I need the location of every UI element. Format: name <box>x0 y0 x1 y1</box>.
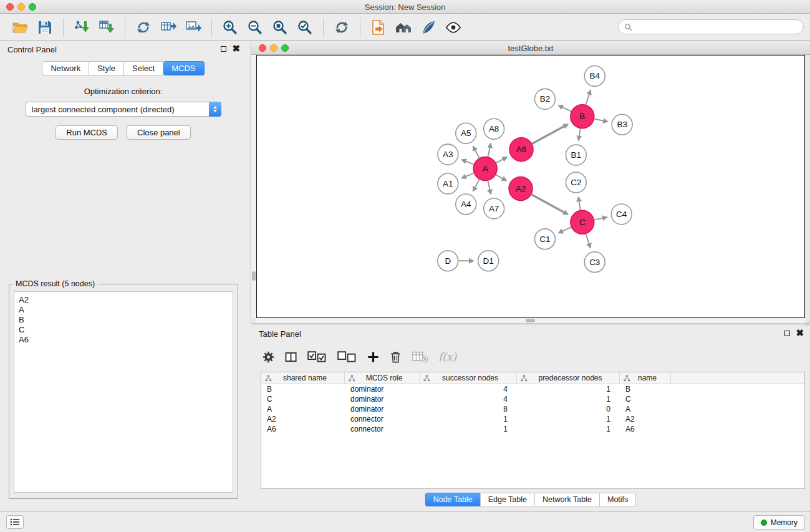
export-network-icon[interactable] <box>134 18 153 37</box>
edge-A-A6[interactable] <box>496 157 507 163</box>
column-header[interactable]: predecessor nodes <box>517 372 620 384</box>
vertical-scrollbar-thumb[interactable] <box>252 271 256 281</box>
close-panel-icon[interactable]: ✖ <box>232 46 240 52</box>
close-panel-button[interactable]: Close panel <box>127 125 191 140</box>
horizontal-scrollbar-thumb[interactable] <box>526 319 535 322</box>
run-mcds-button[interactable]: Run MCDS <box>55 125 118 140</box>
memory-button[interactable]: Memory <box>753 515 805 530</box>
edge-C-C2[interactable] <box>579 198 581 210</box>
node-C[interactable]: C <box>571 210 594 234</box>
table-row[interactable]: Bdominator41B <box>261 384 804 394</box>
save-session-icon[interactable] <box>36 18 54 37</box>
edge-A2-C[interactable] <box>532 195 568 214</box>
result-item[interactable]: A6 <box>19 335 228 345</box>
tab-node-table[interactable]: Node Table <box>425 493 481 506</box>
edge-C-C3[interactable] <box>586 234 591 247</box>
result-item[interactable]: B <box>19 315 228 325</box>
function-builder-icon[interactable]: f(x) <box>438 350 456 364</box>
tab-network[interactable]: Network <box>42 61 89 75</box>
edge-B-B3[interactable] <box>594 119 607 122</box>
show-hide-graphics-icon[interactable] <box>444 18 463 37</box>
edge-A-A8[interactable] <box>488 144 490 157</box>
edge-C-C4[interactable] <box>594 217 606 220</box>
node-B3[interactable]: B3 <box>612 114 632 135</box>
clear-table-icon[interactable] <box>412 350 428 364</box>
node-A6[interactable]: A6 <box>509 138 533 162</box>
import-network-from-file-icon[interactable] <box>72 18 91 37</box>
table-row[interactable]: A6connector11A6 <box>261 424 804 434</box>
node-A3[interactable]: A3 <box>438 144 458 165</box>
node-B[interactable]: B <box>571 105 594 128</box>
edge-B-B1[interactable] <box>579 128 581 140</box>
apply-style-icon[interactable] <box>419 18 438 37</box>
edge-B-B2[interactable] <box>559 105 571 111</box>
table-row[interactable]: Adominator80A <box>261 404 804 414</box>
column-header[interactable]: shared name <box>261 372 345 384</box>
table-settings-icon[interactable] <box>263 350 274 364</box>
column-header[interactable]: name <box>620 372 671 384</box>
select-all-icon[interactable] <box>307 350 327 364</box>
node-A[interactable]: A <box>473 157 497 181</box>
edge-C-C1[interactable] <box>559 228 571 233</box>
node-A7[interactable]: A7 <box>484 198 504 219</box>
node-C2[interactable]: C2 <box>566 172 586 193</box>
node-B1[interactable]: B1 <box>566 145 586 165</box>
node-A1[interactable]: A1 <box>438 173 458 194</box>
tab-mcds[interactable]: MCDS <box>163 61 204 75</box>
tab-select[interactable]: Select <box>124 61 163 75</box>
network-canvas[interactable]: B4B2BB3A8A5A6A3B1AC2A1A2A4A7C4CC1DD1C3 <box>256 55 805 318</box>
node-C3[interactable]: C3 <box>584 252 605 273</box>
export-image-icon[interactable] <box>184 18 203 37</box>
delete-row-icon[interactable] <box>390 350 402 364</box>
node-A5[interactable]: A5 <box>456 123 476 143</box>
edge-B-B4[interactable] <box>586 90 591 104</box>
node-C4[interactable]: C4 <box>611 204 632 225</box>
table-row[interactable]: A2connector11A2 <box>261 414 804 424</box>
float-panel-icon[interactable] <box>221 46 226 52</box>
zoom-selected-icon[interactable] <box>296 18 314 37</box>
column-header[interactable]: MCDS role <box>345 372 420 384</box>
result-item[interactable]: A <box>19 305 228 315</box>
edge-A-A1[interactable] <box>462 173 474 178</box>
edge-A-A3[interactable] <box>462 160 473 164</box>
node-A4[interactable]: A4 <box>456 194 476 215</box>
close-table-panel-icon[interactable]: ✖ <box>796 330 804 336</box>
export-table-icon[interactable] <box>159 18 178 37</box>
result-item[interactable]: C <box>19 325 228 335</box>
column-header[interactable]: successor nodes <box>420 372 517 384</box>
tab-motifs[interactable]: Motifs <box>599 493 636 506</box>
node-B4[interactable]: B4 <box>584 65 605 86</box>
table-row[interactable]: Cdominator41C <box>261 394 804 404</box>
search-input[interactable] <box>636 22 798 32</box>
search-field[interactable] <box>618 19 804 34</box>
open-recent-file-icon[interactable] <box>369 18 388 37</box>
network-overview-icon[interactable] <box>394 18 413 37</box>
refresh-network-icon[interactable] <box>332 18 351 37</box>
zoom-fit-icon[interactable] <box>271 18 289 37</box>
open-file-icon[interactable] <box>11 18 29 37</box>
result-item[interactable]: A2 <box>19 295 228 305</box>
show-columns-icon[interactable] <box>285 350 297 364</box>
edge-A-A4[interactable] <box>473 180 480 191</box>
show-panels-button[interactable] <box>6 515 24 529</box>
float-table-panel-icon[interactable] <box>784 331 790 336</box>
zoom-in-icon[interactable] <box>221 18 239 37</box>
node-B2[interactable]: B2 <box>534 89 555 109</box>
edge-A-A5[interactable] <box>473 147 480 158</box>
tab-network-table[interactable]: Network Table <box>534 493 600 506</box>
tab-style[interactable]: Style <box>89 61 124 75</box>
node-A8[interactable]: A8 <box>484 118 504 139</box>
add-row-icon[interactable] <box>367 350 379 364</box>
deselect-all-icon[interactable] <box>337 350 357 364</box>
zoom-out-icon[interactable] <box>246 18 264 37</box>
import-table-from-file-icon[interactable] <box>97 18 116 37</box>
edge-A6-B[interactable] <box>533 125 568 144</box>
node-D1[interactable]: D1 <box>478 251 499 271</box>
node-D[interactable]: D <box>438 251 458 271</box>
edge-A-A7[interactable] <box>488 181 490 194</box>
node-C1[interactable]: C1 <box>534 229 555 249</box>
node-A2[interactable]: A2 <box>509 177 533 201</box>
tab-edge-table[interactable]: Edge Table <box>480 493 535 506</box>
resize-grip[interactable] <box>804 317 810 323</box>
edge-A-A2[interactable] <box>496 175 506 180</box>
